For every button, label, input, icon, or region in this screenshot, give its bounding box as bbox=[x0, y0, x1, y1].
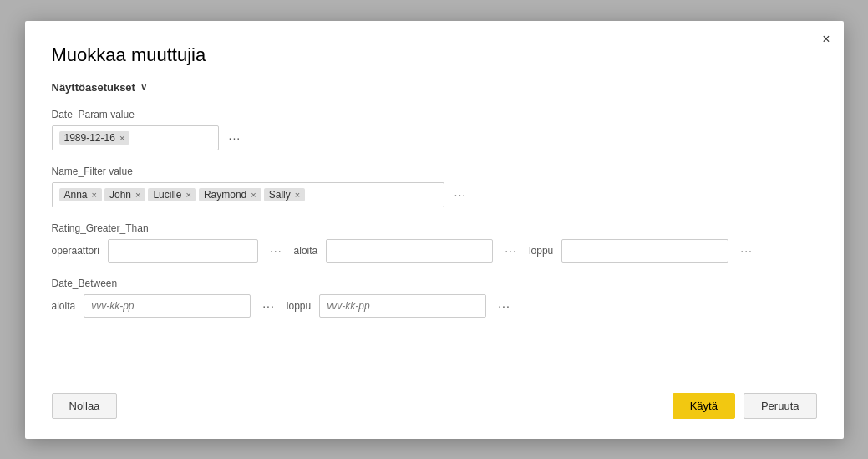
tag-john-label: John bbox=[109, 189, 131, 201]
name-filter-section: Name_Filter value Anna × John × Lucille … bbox=[52, 166, 817, 222]
cancel-button[interactable]: Peruuta bbox=[744, 393, 817, 419]
date-between-section: Date_Between aloita ··· loppu ··· bbox=[52, 278, 817, 333]
between-end-input[interactable] bbox=[319, 294, 486, 318]
dialog: × Muokkaa muuttujia Näyttöasetukset ∨ Da… bbox=[25, 21, 844, 439]
dialog-overlay: × Muokkaa muuttujia Näyttöasetukset ∨ Da… bbox=[0, 0, 868, 459]
date-param-input[interactable]: 1989-12-16 × bbox=[52, 125, 219, 150]
between-row: aloita ··· loppu ··· bbox=[52, 294, 817, 318]
between-end-ellipsis[interactable]: ··· bbox=[495, 299, 514, 313]
tag-john: John × bbox=[104, 188, 145, 201]
section-header[interactable]: Näyttöasetukset ∨ bbox=[52, 81, 817, 94]
tag-lucille: Lucille × bbox=[148, 188, 195, 201]
operator-ellipsis[interactable]: ··· bbox=[266, 244, 286, 258]
tag-raymond-remove[interactable]: × bbox=[251, 190, 256, 200]
rating-label: Rating_Greater_Than bbox=[52, 222, 817, 234]
apply-button[interactable]: Käytä bbox=[673, 393, 735, 419]
rating-section: Rating_Greater_Than operaattori ··· aloi… bbox=[52, 222, 817, 278]
start-label: aloita bbox=[294, 245, 318, 257]
between-end-label: loppu bbox=[287, 300, 311, 312]
dialog-title: Muokkaa muuttujia bbox=[52, 44, 817, 66]
name-filter-row: Anna × John × Lucille × Raymond × bbox=[52, 182, 817, 207]
reset-button[interactable]: Nollaa bbox=[52, 393, 118, 419]
date-param-tag-remove[interactable]: × bbox=[119, 133, 124, 143]
date-between-label: Date_Between bbox=[52, 278, 817, 289]
footer-right: Käytä Peruuta bbox=[673, 393, 817, 419]
tag-sally-label: Sally bbox=[269, 189, 291, 201]
tag-raymond-label: Raymond bbox=[204, 189, 246, 201]
tag-lucille-remove[interactable]: × bbox=[185, 190, 190, 200]
end-ellipsis[interactable]: ··· bbox=[737, 244, 756, 258]
dialog-footer: Nollaa Käytä Peruuta bbox=[52, 380, 817, 419]
date-param-section: Date_Param value 1989-12-16 × ··· bbox=[52, 109, 817, 166]
operator-input[interactable] bbox=[108, 239, 258, 263]
start-input[interactable] bbox=[326, 239, 493, 263]
between-start-input[interactable] bbox=[84, 294, 251, 318]
tag-anna-remove[interactable]: × bbox=[92, 190, 97, 200]
date-param-value: 1989-12-16 bbox=[64, 132, 115, 144]
date-param-label: Date_Param value bbox=[52, 109, 817, 120]
start-ellipsis[interactable]: ··· bbox=[501, 244, 520, 258]
between-start-label: aloita bbox=[52, 300, 76, 312]
operator-label: operaattori bbox=[52, 245, 99, 257]
end-label: loppu bbox=[529, 245, 553, 257]
chevron-down-icon: ∨ bbox=[140, 82, 147, 93]
date-param-row: 1989-12-16 × ··· bbox=[52, 125, 817, 150]
date-param-tag: 1989-12-16 × bbox=[59, 131, 130, 145]
tag-anna-label: Anna bbox=[64, 189, 88, 201]
tag-lucille-label: Lucille bbox=[153, 189, 181, 201]
name-filter-label: Name_Filter value bbox=[52, 166, 817, 177]
end-input[interactable] bbox=[561, 239, 728, 263]
name-filter-input[interactable]: Anna × John × Lucille × Raymond × bbox=[52, 182, 444, 207]
between-start-ellipsis[interactable]: ··· bbox=[259, 299, 278, 313]
close-button[interactable]: × bbox=[822, 33, 830, 46]
tag-sally-remove[interactable]: × bbox=[295, 190, 300, 200]
tag-john-remove[interactable]: × bbox=[135, 190, 140, 200]
name-filter-ellipsis[interactable]: ··· bbox=[451, 188, 470, 201]
section-header-label: Näyttöasetukset bbox=[52, 81, 135, 94]
rating-row: operaattori ··· aloita ··· loppu ··· bbox=[52, 239, 817, 263]
date-param-ellipsis[interactable]: ··· bbox=[226, 131, 245, 145]
tag-anna: Anna × bbox=[59, 188, 102, 201]
tag-raymond: Raymond × bbox=[199, 188, 261, 201]
tag-sally: Sally × bbox=[264, 188, 305, 201]
